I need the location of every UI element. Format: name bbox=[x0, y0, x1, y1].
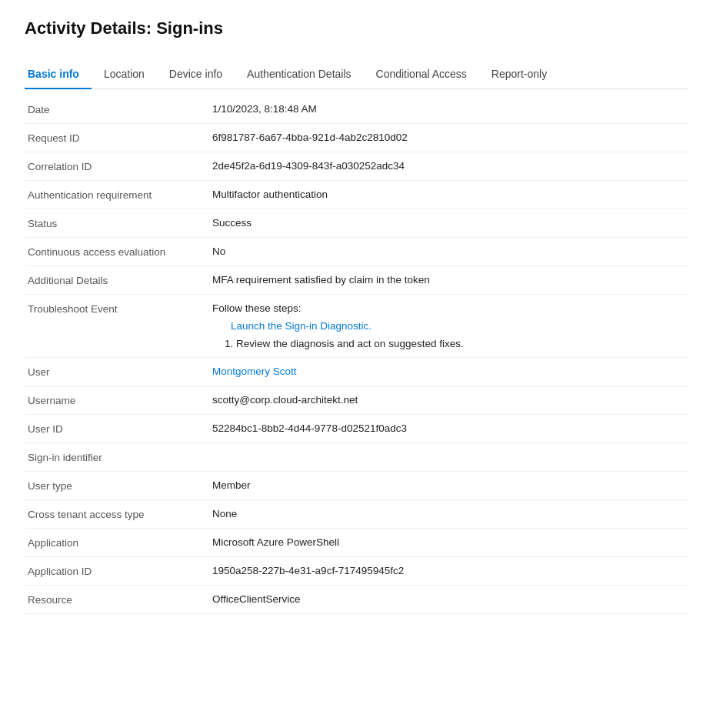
field-row-5: Continuous access evaluationNo bbox=[25, 238, 688, 266]
content-area: Date1/10/2023, 8:18:48 AMRequest ID6f981… bbox=[25, 89, 688, 614]
field-value-9: scotty@corp.cloud-architekt.net bbox=[212, 394, 685, 406]
field-label-14: Application bbox=[28, 536, 212, 549]
field-label-2: Correlation ID bbox=[28, 160, 212, 172]
field-label-11: Sign-in identifier bbox=[28, 451, 212, 463]
tab-basic-info[interactable]: Basic info bbox=[25, 60, 92, 89]
field-value-12: Member bbox=[212, 479, 685, 491]
field-value-5: No bbox=[212, 245, 685, 257]
field-row-1: Request ID6f981787-6a67-4bba-921d-4ab2c2… bbox=[25, 124, 688, 152]
field-value-10: 52284bc1-8bb2-4d44-9778-d02521f0adc3 bbox=[212, 422, 685, 434]
troubleshoot-follow-text: Follow these steps: bbox=[212, 302, 685, 314]
tab-location[interactable]: Location bbox=[92, 60, 157, 89]
field-label-13: Cross tenant access type bbox=[28, 508, 212, 520]
field-value-13: None bbox=[212, 508, 685, 519]
page-title: Activity Details: Sign-ins bbox=[25, 18, 688, 38]
field-value-3: Multifactor authentication bbox=[212, 189, 685, 200]
field-row-15: Application ID1950a258-227b-4e31-a9cf-71… bbox=[25, 557, 688, 586]
field-row-2: Correlation ID2de45f2a-6d19-4309-843f-a0… bbox=[25, 152, 688, 181]
tab-report-only[interactable]: Report-only bbox=[479, 60, 559, 89]
field-value-14: Microsoft Azure PowerShell bbox=[212, 536, 685, 548]
field-row-12: User typeMember bbox=[25, 472, 688, 500]
diagnostic-link[interactable]: Launch the Sign-in Diagnostic. bbox=[212, 320, 685, 332]
field-label-5: Continuous access evaluation bbox=[28, 245, 212, 258]
field-label-8: User bbox=[28, 366, 212, 378]
troubleshoot-step-text: 1. Review the diagnosis and act on sugge… bbox=[212, 338, 685, 349]
tab-bar: Basic infoLocationDevice infoAuthenticat… bbox=[25, 60, 688, 89]
field-row-13: Cross tenant access typeNone bbox=[25, 500, 688, 529]
field-value-6: MFA requirement satisfied by claim in th… bbox=[212, 274, 685, 286]
field-row-14: ApplicationMicrosoft Azure PowerShell bbox=[25, 529, 688, 557]
tab-authentication-details[interactable]: Authentication Details bbox=[235, 60, 363, 89]
tab-conditional-access[interactable]: Conditional Access bbox=[364, 60, 479, 89]
field-value-7: Follow these steps:Launch the Sign-in Di… bbox=[212, 302, 685, 349]
field-value-0: 1/10/2023, 8:18:48 AM bbox=[212, 103, 685, 115]
field-label-3: Authentication requirement bbox=[28, 189, 212, 201]
field-value-8[interactable]: Montgomery Scott bbox=[212, 366, 685, 377]
field-value-16: OfficeClientService bbox=[212, 593, 685, 605]
field-label-16: Resource bbox=[28, 593, 212, 606]
field-row-10: User ID52284bc1-8bb2-4d44-9778-d02521f0a… bbox=[25, 415, 688, 443]
field-label-7: Troubleshoot Event bbox=[28, 302, 212, 315]
field-label-6: Additional Details bbox=[28, 274, 212, 286]
field-row-7: Troubleshoot EventFollow these steps:Lau… bbox=[25, 295, 688, 358]
field-label-10: User ID bbox=[28, 422, 212, 435]
field-label-12: User type bbox=[28, 479, 212, 492]
field-value-1: 6f981787-6a67-4bba-921d-4ab2c2810d02 bbox=[212, 132, 685, 143]
field-row-9: Usernamescotty@corp.cloud-architekt.net bbox=[25, 386, 688, 415]
field-row-6: Additional DetailsMFA requirement satisf… bbox=[25, 266, 688, 295]
field-value-2: 2de45f2a-6d19-4309-843f-a030252adc34 bbox=[212, 160, 685, 172]
field-label-4: Status bbox=[28, 217, 212, 229]
field-value-15: 1950a258-227b-4e31-a9cf-717495945fc2 bbox=[212, 565, 685, 576]
field-label-9: Username bbox=[28, 394, 212, 406]
field-row-4: StatusSuccess bbox=[25, 209, 688, 238]
field-label-1: Request ID bbox=[28, 132, 212, 144]
field-row-3: Authentication requirementMultifactor au… bbox=[25, 181, 688, 209]
field-value-4: Success bbox=[212, 217, 685, 229]
field-row-8: UserMontgomery Scott bbox=[25, 358, 688, 386]
field-row-16: ResourceOfficeClientService bbox=[25, 586, 688, 614]
field-row-11: Sign-in identifier bbox=[25, 443, 688, 472]
field-label-15: Application ID bbox=[28, 565, 212, 577]
field-row-0: Date1/10/2023, 8:18:48 AM bbox=[25, 95, 688, 124]
tab-device-info[interactable]: Device info bbox=[157, 60, 235, 89]
field-label-0: Date bbox=[28, 103, 212, 115]
